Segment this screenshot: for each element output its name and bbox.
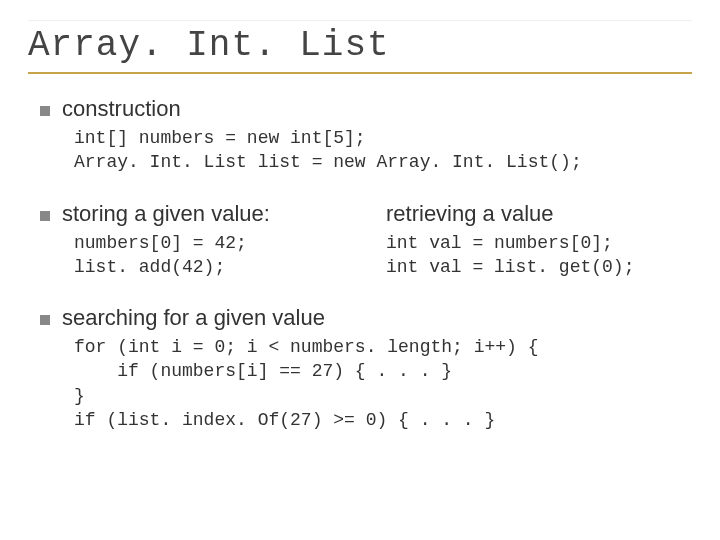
- construction-code: int[] numbers = new int[5]; Array. Int. …: [74, 126, 692, 175]
- storing-code: numbers[0] = 42; list. add(42);: [74, 231, 346, 280]
- retrieving-code: int val = numbers[0]; int val = list. ge…: [386, 231, 692, 280]
- retrieving-column: retrieving a value int val = numbers[0];…: [386, 201, 692, 280]
- slide: Array. Int. List construction int[] numb…: [0, 0, 720, 478]
- slide-title: Array. Int. List: [28, 20, 692, 74]
- square-bullet-icon: [40, 315, 50, 325]
- section-store-retrieve: storing a given value: numbers[0] = 42; …: [40, 201, 692, 280]
- bullet-row: storing a given value:: [40, 201, 346, 227]
- square-bullet-icon: [40, 211, 50, 221]
- section-searching: searching for a given value for (int i =…: [40, 305, 692, 432]
- bullet-row: construction: [40, 96, 692, 122]
- section-construction: construction int[] numbers = new int[5];…: [40, 96, 692, 175]
- storing-column: storing a given value: numbers[0] = 42; …: [40, 201, 346, 280]
- square-bullet-icon: [40, 106, 50, 116]
- construction-heading: construction: [62, 96, 181, 122]
- retrieving-heading: retrieving a value: [386, 201, 692, 227]
- searching-heading: searching for a given value: [62, 305, 325, 331]
- storing-heading: storing a given value:: [62, 201, 270, 227]
- bullet-row: searching for a given value: [40, 305, 692, 331]
- searching-code: for (int i = 0; i < numbers. length; i++…: [74, 335, 692, 432]
